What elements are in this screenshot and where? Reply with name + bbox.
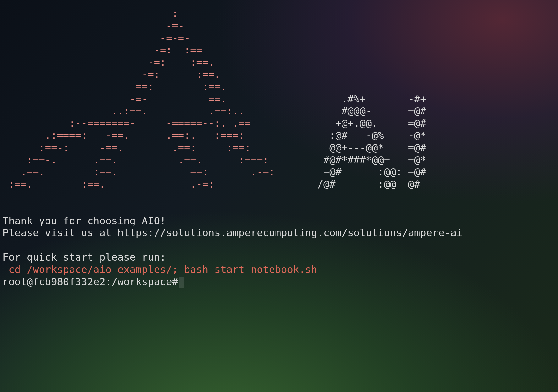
- ascii-art-red-11: .:====: -==. .==:. :===:: [3, 129, 281, 141]
- ascii-art-red-10: :--=======- -=====--:. .==: [3, 117, 281, 129]
- ascii-art-ai-line-2: #@@@- =@#: [281, 105, 426, 117]
- ascii-art-ai-line-5: @@+---@@* =@#: [281, 142, 426, 154]
- ascii-art-ai-line-1: .#%+ -#+: [281, 93, 426, 105]
- motd-thank-you: Thank you for choosing AIO!: [3, 215, 166, 227]
- ascii-art-red-13: :==-. .==. .==. :===:: [3, 154, 281, 166]
- ascii-art-ai-line-8: /@# :@@ @#: [281, 178, 420, 190]
- shell-prompt[interactable]: root@fcb980f332e2:/workspace#: [3, 276, 178, 288]
- motd-visit-url: Please visit us at https://solutions.amp…: [3, 227, 462, 239]
- motd-quickstart-label: For quick start please run:: [3, 251, 166, 263]
- ascii-art-red-12: :==-: -==. .==: :==:: [3, 142, 281, 154]
- ascii-art-red-14: .==. :==. ==: .-=:: [3, 166, 281, 178]
- ascii-art-ai-line-3: +@+.@@. =@#: [281, 117, 426, 129]
- ascii-art-ai-line-6: #@#*###*@@= =@*: [281, 154, 426, 166]
- motd-quickstart-command: cd /workspace/aio-examples/; bash start_…: [3, 264, 317, 275]
- ascii-art-logo-red: : -=- -=-=- -=: :== -=: :==. -=: :==. ==…: [3, 8, 281, 105]
- ascii-art-red-15: :==. :==. .-=:: [3, 178, 281, 190]
- shell-cursor[interactable]: [179, 277, 184, 288]
- ascii-art-ai-line-7: =@# :@@: =@#: [281, 166, 426, 178]
- ascii-art-ai-line-4: :@# -@% -@*: [281, 129, 426, 141]
- terminal-viewport[interactable]: : -=- -=-=- -=: :== -=: :==. -=: :==. ==…: [0, 0, 558, 392]
- ascii-art-red-9: ..:==. .==:..: [3, 105, 281, 117]
